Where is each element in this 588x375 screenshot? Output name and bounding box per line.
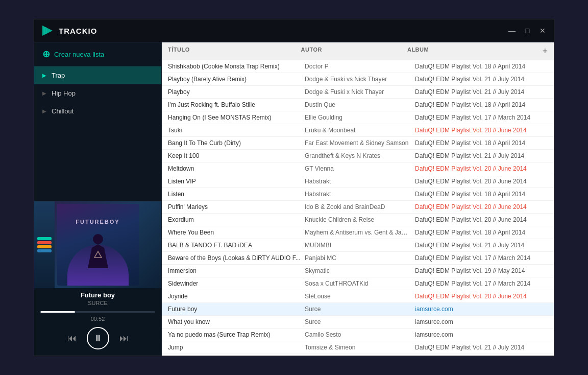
app-title: TRACKIO: [59, 27, 97, 35]
track-album: DafuQ! EDM Playlist Vol. 20 // June 2014: [415, 165, 548, 172]
column-author-header: AUTOR: [301, 46, 407, 56]
track-album: DafuQ! EDM Playlist Vol. 17 // March 201…: [415, 280, 548, 287]
track-title: Hanging On (I See MONSTAS Remix): [168, 114, 305, 121]
track-row[interactable]: Exordium Knuckle Children & Reise DafuQ!…: [162, 214, 554, 226]
next-button[interactable]: ⏭: [119, 333, 129, 344]
track-row[interactable]: Puffin' Marleys Ido B & Zooki and BrainD…: [162, 201, 554, 214]
track-title: Tsuki: [168, 127, 305, 134]
track-album: DafuQ! EDM Playlist Vol. 20 // June 2014: [415, 203, 548, 210]
track-author: Panjabi MC: [305, 254, 415, 262]
track-row[interactable]: Meltdown GT Vienna DafuQ! EDM Playlist V…: [162, 162, 554, 175]
sidebar-item-trap[interactable]: ▶ Trap: [34, 66, 161, 84]
track-author: Dustin Que: [305, 101, 415, 108]
create-new-list-button[interactable]: ⊕ Crear nueva lista: [34, 42, 161, 66]
track-title: Beware of the Boys (Lookas & DiRTY AUDIO…: [168, 254, 305, 262]
track-album: DafuQ! EDM Playlist Vol. 20 // June 2014: [415, 293, 548, 300]
sidebar-item-chillout[interactable]: ▶ Chillout: [34, 102, 161, 120]
titlebar: TRACKIO — □ ✕: [34, 19, 554, 42]
track-title: Keep It 100: [168, 152, 305, 159]
track-row[interactable]: Shishkabob (Cookie Monsta Trap Remix) Do…: [162, 60, 554, 73]
time-display: 00:52: [34, 316, 161, 322]
track-title: BALB & TANDO FT. BAD iDEA: [168, 242, 305, 249]
track-album: DafuQ! EDM Playlist Vol. 21 // July 2014: [415, 152, 548, 159]
track-row[interactable]: Hanging On (I See MONSTAS Remix) Ellie G…: [162, 111, 554, 124]
track-album: DafuQ! EDM Playlist Vol. 20 // June 2014: [415, 127, 548, 134]
svg-marker-0: [42, 26, 53, 36]
track-author: GT Vienna: [305, 165, 415, 172]
sidebar-item-hiphop[interactable]: ▶ Hip Hop: [34, 84, 161, 102]
arrow-icon-chillout: ▶: [42, 108, 46, 114]
album-art-background: FUTUREBOY: [34, 201, 161, 288]
track-row[interactable]: Listen Habstrakt DafuQ! EDM Playlist Vol…: [162, 188, 554, 201]
main-window: TRACKIO — □ ✕ ⊕ Crear nueva lista ▶ Trap…: [34, 19, 554, 356]
track-title: Listen: [168, 191, 305, 198]
track-album: DafuQ! EDM Playlist Vol. 21 // July 2014: [415, 88, 548, 96]
track-row[interactable]: Tsuki Eruku & Moonbeat DafuQ! EDM Playli…: [162, 124, 554, 137]
track-row[interactable]: Joyride StéLouse DafuQ! EDM Playlist Vol…: [162, 290, 554, 303]
content-area: ⊕ Crear nueva lista ▶ Trap ▶ Hip Hop ▶ C…: [34, 42, 554, 356]
play-arrow-icon: ▶: [42, 73, 46, 78]
track-row[interactable]: Ya no puedo mas (Surce Trap Remix) Camil…: [162, 329, 554, 341]
progress-bar[interactable]: [40, 311, 155, 313]
track-row[interactable]: Sidewinder Sosa x CutTHROATKid DafuQ! ED…: [162, 277, 554, 290]
track-author: Surce: [305, 318, 415, 325]
track-album: DafuQ! EDM Playlist Vol. 18 // April 201…: [415, 101, 548, 108]
track-row[interactable]: Keep It 100 Grandtheft & Keys N Krates D…: [162, 150, 554, 162]
track-title: Shishkabob (Cookie Monsta Trap Remix): [168, 63, 305, 70]
track-title: Listen VIP: [168, 178, 305, 185]
svg-marker-3: [88, 244, 108, 268]
track-album: DafuQ! EDM Playlist Vol. 20 // June 2014: [415, 216, 548, 223]
track-album: DafuQ! EDM Playlist Vol. 17 // March 201…: [415, 254, 548, 262]
track-author: Surce: [305, 306, 415, 313]
track-row[interactable]: I'm Just Rocking ft. Buffalo Stille Dust…: [162, 99, 554, 111]
add-track-button[interactable]: +: [542, 46, 548, 56]
track-row[interactable]: What you know Surce iamsurce.com: [162, 316, 554, 329]
track-row[interactable]: Future boy Surce iamsurce.com: [162, 303, 554, 316]
track-title: Where You Been: [168, 229, 305, 236]
sidebar-item-hiphop-label: Hip Hop: [52, 89, 76, 97]
track-title: Future boy: [168, 306, 305, 313]
album-art-text: FUTUREBOY: [76, 219, 119, 225]
track-title: Immersion: [168, 267, 305, 274]
track-author: Ido B & Zooki and BrainDeaD: [305, 203, 415, 210]
track-title: Exordium: [168, 216, 305, 223]
track-title: Meltdown: [168, 165, 305, 172]
track-author: Sosa x CutTHROATKid: [305, 280, 415, 287]
track-album: DafuQ! EDM Playlist Vol. 18 // April 201…: [415, 191, 548, 198]
track-author: Far East Movement & Sidney Samson: [305, 139, 415, 147]
column-title-header: TÍTULO: [168, 46, 301, 56]
track-row[interactable]: BALB & TANDO FT. BAD iDEA MUDIMBI DafuQ!…: [162, 239, 554, 252]
track-title: Puffin' Marleys: [168, 203, 305, 210]
track-row[interactable]: Jump Tomsize & Simeon DafuQ! EDM Playlis…: [162, 341, 554, 354]
track-author: Doctor P: [305, 63, 415, 70]
track-row[interactable]: Immersion Skymatic DafuQ! EDM Playlist V…: [162, 265, 554, 277]
track-row[interactable]: Where You Been Mayhem & Antiserum vs. Ge…: [162, 226, 554, 239]
track-album: DafuQ! EDM Playlist Vol. 21 // July 2014: [415, 242, 548, 249]
pause-button[interactable]: ⏸: [87, 327, 109, 349]
track-author: Habstrakt: [305, 191, 415, 198]
track-title: Joyride: [168, 293, 305, 300]
prev-button[interactable]: ⏮: [67, 333, 77, 344]
track-title: Ya no puedo mas (Surce Trap Remix): [168, 331, 305, 338]
player-controls: ⏮ ⏸ ⏭: [34, 324, 161, 356]
track-album: DafuQ! EDM Playlist Vol. 18 // April 201…: [415, 63, 548, 70]
minimize-button[interactable]: —: [507, 27, 517, 34]
track-row[interactable]: Bang It To The Curb (Dirty) Far East Mov…: [162, 137, 554, 150]
track-row[interactable]: ANUBIZ Zookeepers DafuQ! EDM Playlist Vo…: [162, 354, 554, 356]
track-row[interactable]: Listen VIP Habstrakt DafuQ! EDM Playlist…: [162, 175, 554, 188]
track-author: Grandtheft & Keys N Krates: [305, 152, 415, 159]
close-button[interactable]: ✕: [537, 27, 548, 34]
track-album: DafuQ! EDM Playlist Vol. 17 // March 201…: [415, 114, 548, 121]
sidebar-nav: ⊕ Crear nueva lista ▶ Trap ▶ Hip Hop ▶ C…: [34, 42, 161, 201]
maximize-button[interactable]: □: [522, 27, 532, 34]
track-author: Ellie Goulding: [305, 114, 415, 121]
track-author: Camilo Sesto: [305, 331, 415, 338]
track-row[interactable]: Beware of the Boys (Lookas & DiRTY AUDIO…: [162, 252, 554, 265]
app-logo-icon: [40, 24, 55, 38]
track-row[interactable]: Playboy Dodge & Fuski x Nick Thayer Dafu…: [162, 86, 554, 99]
track-author: Knuckle Children & Reise: [305, 216, 415, 223]
create-new-label: Crear nueva lista: [54, 51, 104, 58]
track-author: StéLouse: [305, 293, 415, 300]
track-row[interactable]: Playboy (Barely Alive Remix) Dodge & Fus…: [162, 73, 554, 86]
player: FUTUREBOY: [34, 201, 161, 356]
